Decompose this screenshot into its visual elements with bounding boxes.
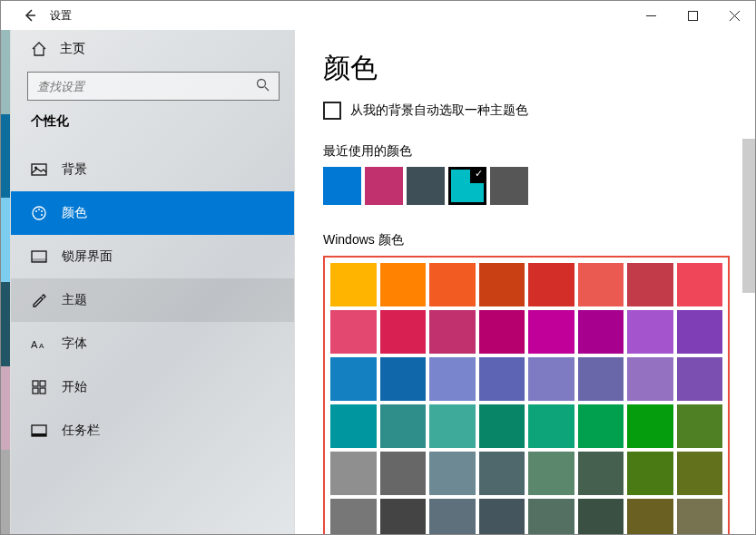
color-swatch[interactable] — [578, 499, 624, 534]
svg-rect-16 — [40, 388, 45, 394]
window-title: 设置 — [50, 8, 72, 24]
color-swatch[interactable] — [528, 452, 574, 495]
color-swatch[interactable] — [627, 310, 673, 354]
auto-pick-label: 从我的背景自动选取一种主题色 — [350, 102, 528, 119]
svg-point-7 — [41, 210, 43, 212]
color-swatch[interactable] — [578, 452, 624, 495]
color-swatch[interactable] — [677, 263, 723, 306]
close-button[interactable] — [713, 1, 755, 30]
color-swatch[interactable] — [578, 404, 624, 448]
sidebar-nav: 背景颜色锁屏界面主题AA字体开始任务栏 — [11, 148, 294, 452]
search-icon — [256, 78, 270, 94]
sidebar-item-lockscreen[interactable]: 锁屏界面 — [11, 235, 294, 278]
color-swatch[interactable] — [330, 310, 377, 354]
sidebar-item-taskbar[interactable]: 任务栏 — [11, 409, 294, 452]
sidebar-item-colors[interactable]: 颜色 — [11, 191, 294, 235]
sidebar-item-label: 开始 — [62, 379, 87, 395]
color-swatch[interactable] — [380, 310, 427, 354]
color-swatch[interactable] — [479, 263, 525, 306]
sidebar-item-label: 字体 — [62, 336, 87, 352]
color-swatch[interactable] — [380, 357, 427, 401]
svg-rect-0 — [688, 11, 697, 20]
svg-text:A: A — [31, 339, 38, 350]
search-input-box[interactable] — [27, 72, 280, 101]
color-swatch[interactable] — [429, 357, 476, 401]
color-swatch[interactable] — [380, 452, 427, 495]
color-swatch[interactable] — [429, 404, 476, 448]
recent-color-swatch[interactable]: ✓ — [448, 167, 486, 205]
color-swatch[interactable] — [330, 263, 377, 306]
recent-color-swatch[interactable] — [365, 167, 403, 205]
home-link[interactable]: 主页 — [11, 30, 294, 68]
maximize-button[interactable] — [672, 1, 713, 30]
close-icon — [730, 11, 740, 21]
color-swatch[interactable] — [429, 263, 476, 306]
color-swatch[interactable] — [528, 263, 574, 306]
color-swatch[interactable] — [627, 263, 673, 306]
svg-rect-13 — [33, 381, 38, 386]
color-swatch[interactable] — [330, 357, 377, 401]
color-swatch[interactable] — [677, 499, 723, 534]
colors-icon — [31, 205, 47, 221]
recent-color-swatch[interactable] — [490, 167, 528, 205]
recent-color-swatch[interactable] — [407, 167, 445, 205]
back-button[interactable] — [12, 1, 48, 30]
svg-text:A: A — [39, 342, 44, 350]
recent-colors-heading: 最近使用的颜色 — [323, 143, 730, 160]
sidebar-item-label: 颜色 — [62, 205, 87, 221]
color-swatch[interactable] — [479, 310, 525, 354]
color-swatch[interactable] — [627, 499, 673, 534]
color-swatch[interactable] — [330, 452, 377, 495]
recent-color-swatch[interactable] — [323, 167, 361, 205]
color-swatch[interactable] — [627, 452, 673, 495]
auto-pick-row: 从我的背景自动选取一种主题色 — [323, 102, 730, 120]
svg-rect-15 — [33, 388, 38, 394]
windows-colors-highlight-box — [323, 256, 730, 534]
color-swatch[interactable] — [578, 310, 624, 354]
search-input[interactable] — [37, 80, 256, 93]
color-swatch[interactable] — [627, 404, 673, 448]
color-swatch[interactable] — [528, 499, 574, 534]
color-swatch[interactable] — [330, 499, 377, 534]
content-scrollbar[interactable] — [742, 139, 755, 293]
sidebar-item-background[interactable]: 背景 — [11, 148, 294, 191]
color-swatch[interactable] — [528, 404, 574, 448]
windows-colors-grid — [330, 263, 722, 534]
color-swatch[interactable] — [677, 357, 723, 401]
window-controls — [630, 1, 755, 30]
color-swatch[interactable] — [380, 263, 427, 306]
color-swatch[interactable] — [677, 404, 723, 448]
color-swatch[interactable] — [429, 499, 476, 534]
color-swatch[interactable] — [330, 404, 377, 448]
taskbar-icon — [31, 423, 47, 439]
titlebar: 设置 — [1, 1, 755, 30]
window-body: 主页 个性化 背景颜色锁屏界面主题AA字体开始任务栏 颜色 从我的背景自动选取一… — [1, 30, 755, 534]
color-swatch[interactable] — [677, 310, 723, 354]
sidebar-item-label: 任务栏 — [62, 423, 100, 439]
lockscreen-icon — [31, 248, 47, 265]
sidebar-item-start[interactable]: 开始 — [11, 365, 294, 409]
color-swatch[interactable] — [479, 499, 525, 534]
sidebar-item-themes[interactable]: 主题 — [11, 278, 294, 322]
sidebar-item-fonts[interactable]: AA字体 — [11, 322, 294, 365]
color-swatch[interactable] — [528, 310, 574, 354]
color-swatch[interactable] — [479, 452, 525, 495]
color-swatch[interactable] — [380, 499, 427, 534]
color-swatch[interactable] — [479, 404, 525, 448]
color-swatch[interactable] — [479, 357, 525, 401]
color-swatch[interactable] — [627, 357, 673, 401]
color-swatch[interactable] — [578, 263, 624, 306]
auto-pick-checkbox[interactable] — [323, 102, 341, 120]
windows-colors-heading: Windows 颜色 — [323, 232, 730, 248]
color-swatch[interactable] — [578, 357, 624, 401]
background-icon — [31, 161, 47, 178]
svg-point-8 — [41, 214, 43, 216]
minimize-button[interactable] — [630, 1, 672, 30]
search-wrap — [11, 68, 294, 113]
color-swatch[interactable] — [429, 452, 476, 495]
color-swatch[interactable] — [677, 452, 723, 495]
color-swatch[interactable] — [528, 357, 574, 401]
color-swatch[interactable] — [380, 404, 427, 448]
svg-rect-14 — [40, 381, 45, 386]
color-swatch[interactable] — [429, 310, 476, 354]
